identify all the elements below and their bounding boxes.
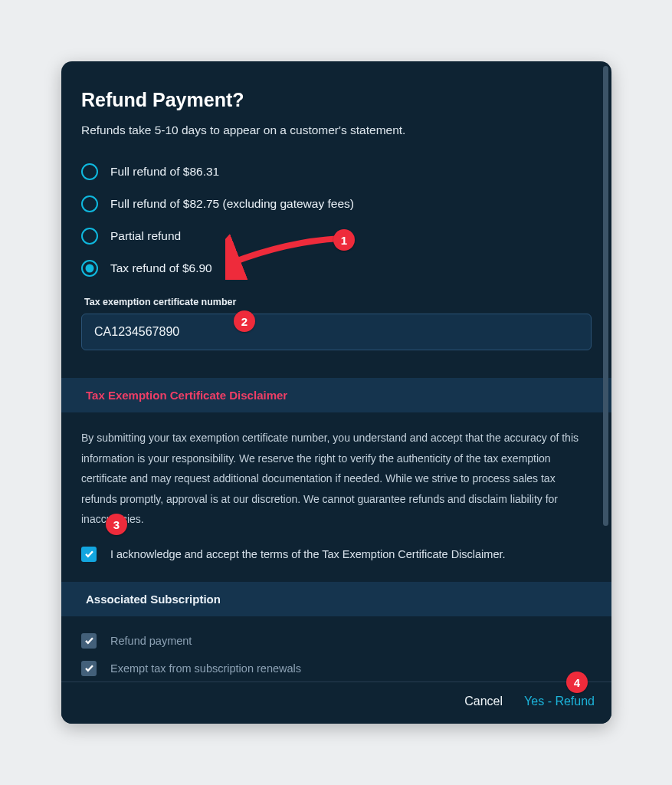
- checkbox-icon: [81, 547, 97, 562]
- radio-icon: [81, 195, 98, 212]
- confirm-refund-button[interactable]: Yes - Refund: [524, 695, 595, 708]
- radio-icon: [81, 228, 98, 245]
- assoc-item-exempt-tax[interactable]: Exempt tax from subscription renewals: [81, 655, 592, 682]
- radio-icon: [81, 260, 98, 277]
- ack-label: I acknowledge and accept the terms of th…: [110, 548, 506, 560]
- assoc-item-label: Exempt tax from subscription renewals: [110, 662, 301, 675]
- assoc-item-label: Refund payment: [110, 635, 192, 647]
- assoc-sub-heading: Associated Subscription: [61, 582, 611, 616]
- radio-label: Partial refund: [110, 229, 181, 243]
- modal-body: Refund Payment? Refunds take 5-10 days t…: [61, 61, 611, 682]
- refund-modal: Refund Payment? Refunds take 5-10 days t…: [61, 61, 611, 724]
- radio-label: Full refund of $86.31: [110, 165, 219, 179]
- modal-subtitle: Refunds take 5-10 days to appear on a cu…: [81, 123, 592, 137]
- checkbox-icon: [81, 633, 97, 649]
- checkbox-icon: [81, 661, 97, 676]
- cert-number-label: Tax exemption certificate number: [84, 297, 592, 307]
- radio-label: Full refund of $82.75 (excluding gateway…: [110, 197, 354, 211]
- disclaimer-body: By submitting your tax exemption certifi…: [81, 412, 592, 540]
- refund-option-full[interactable]: Full refund of $86.31: [81, 156, 592, 188]
- refund-option-full-excl-fees[interactable]: Full refund of $82.75 (excluding gateway…: [81, 188, 592, 220]
- scrollbar[interactable]: [603, 66, 608, 526]
- ack-checkbox-row[interactable]: I acknowledge and accept the terms of th…: [81, 540, 592, 568]
- cert-number-field: Tax exemption certificate number: [81, 297, 592, 350]
- radio-icon: [81, 163, 98, 180]
- refund-option-tax[interactable]: Tax refund of $6.90: [81, 252, 592, 284]
- cert-number-input[interactable]: [81, 314, 592, 350]
- modal-title: Refund Payment?: [81, 89, 592, 111]
- assoc-item-refund-payment[interactable]: Refund payment: [81, 627, 592, 655]
- modal-footer: Cancel Yes - Refund: [61, 682, 611, 724]
- disclaimer-heading: Tax Exemption Certificate Disclaimer: [61, 378, 611, 412]
- refund-option-partial[interactable]: Partial refund: [81, 220, 592, 252]
- cancel-button[interactable]: Cancel: [464, 695, 503, 708]
- radio-label: Tax refund of $6.90: [110, 261, 212, 275]
